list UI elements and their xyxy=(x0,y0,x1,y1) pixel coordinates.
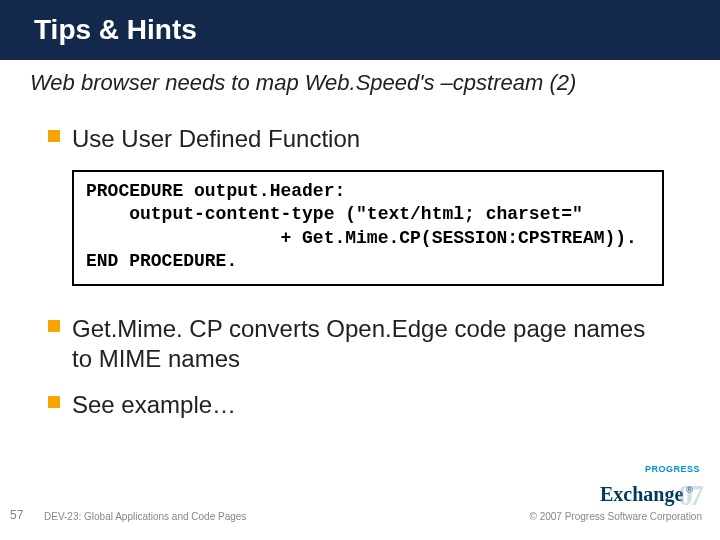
logo-exchange-text: Exchange xyxy=(600,483,683,506)
bullet-item: See example… xyxy=(72,390,664,420)
bullet-item: Get.Mime. CP converts Open.Edge code pag… xyxy=(72,314,664,374)
bullet-square-icon xyxy=(48,320,60,332)
slide: Tips & Hints Web browser needs to map We… xyxy=(0,0,720,540)
bullet-square-icon xyxy=(48,396,60,408)
code-block: PROCEDURE output.Header: output-content-… xyxy=(72,170,664,286)
logo-year: 07 xyxy=(678,478,700,512)
bullet-item: Use User Defined Function xyxy=(72,124,664,154)
copyright-text: © 2007 Progress Software Corporation xyxy=(530,511,702,522)
slide-title: Tips & Hints xyxy=(0,0,720,60)
bullet-text: See example… xyxy=(72,391,236,418)
session-title: DEV-23: Global Applications and Code Pag… xyxy=(44,511,246,522)
logo-progress-text: PROGRESS xyxy=(600,464,700,474)
slide-body: Use User Defined Function PROCEDURE outp… xyxy=(0,96,720,420)
bullet-text: Use User Defined Function xyxy=(72,125,360,152)
progress-exchange-logo: PROGRESS Exchange ® 07 xyxy=(600,464,700,508)
bullet-square-icon xyxy=(48,130,60,142)
page-number: 57 xyxy=(10,508,23,522)
slide-footer: 57 DEV-23: Global Applications and Code … xyxy=(0,490,720,526)
bullet-text: Get.Mime. CP converts Open.Edge code pag… xyxy=(72,315,645,372)
slide-subtitle: Web browser needs to map Web.Speed's –cp… xyxy=(0,60,720,96)
